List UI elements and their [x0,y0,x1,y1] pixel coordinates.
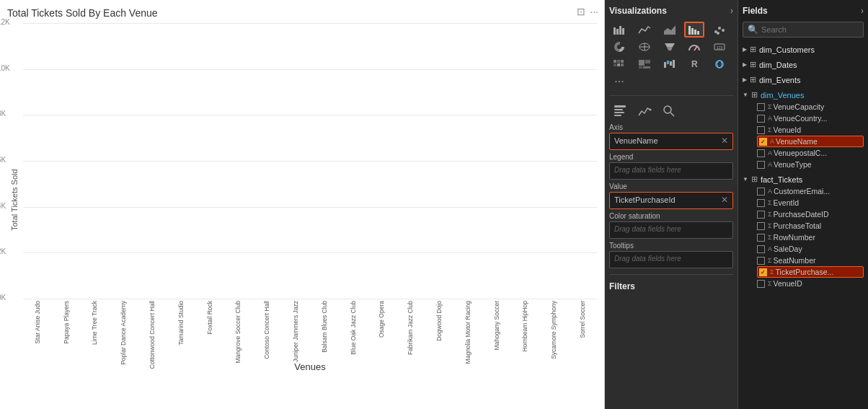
field-item[interactable]: ΣPurchaseTotal [757,220,864,232]
viz-gauge[interactable] [684,39,704,55]
expand-icon: ▶ [743,61,747,68]
value-remove[interactable]: ✕ [721,195,728,205]
field-checkbox[interactable] [757,115,765,123]
field-group-header[interactable]: ▶⊞dim_Dates [743,58,864,71]
viz-card[interactable]: 123 [709,39,730,55]
field-item[interactable]: ΣPurchaseDateID [757,208,864,220]
field-group: ▼⊞dim_VenuesΣVenueCapacityAVenueCountry.… [743,89,864,170]
viz-panel-expand[interactable]: › [730,6,733,16]
field-item[interactable]: ΣRowNumber [757,232,864,243]
color-saturation-box[interactable]: Drag data fields here [609,221,733,239]
field-checkbox[interactable] [757,103,765,111]
value-box[interactable]: TicketPurchaseId ✕ [609,192,733,209]
field-checkbox[interactable] [757,126,765,134]
svg-rect-27 [617,63,620,66]
viz-more[interactable]: ··· [609,74,629,89]
viz-line[interactable] [634,22,655,38]
expand-icon[interactable]: ⊡ [577,6,585,17]
field-checkbox[interactable] [757,280,765,288]
viz-map[interactable] [634,39,655,55]
svg-line-20 [694,46,697,50]
x-axis-label: Contoso Concert Hall [252,301,281,359]
x-axis-label: Dogwood Dojo [425,301,453,341]
axis-value: VenueName [614,136,658,145]
field-group: ▼⊞fact_TicketsACustomerEmai...ΣEventIdΣP… [743,173,864,289]
field-item[interactable]: ✓AVenueName [757,136,864,147]
field-item[interactable]: ASaleDay [757,243,864,255]
viz-panel: Visualizations › [605,0,738,409]
field-item[interactable]: ΣVenueId [757,124,864,136]
axis-remove[interactable]: ✕ [721,136,728,146]
svg-rect-3 [622,28,624,35]
x-axis-label: Poplar Dance Academy [109,301,138,365]
tooltips-label: Tooltips [609,242,733,250]
field-group-header[interactable]: ▶⊞dim_Customers [743,43,864,56]
field-checkbox[interactable] [757,222,765,230]
viz-treemap[interactable] [634,56,655,72]
x-axis-label: Juniper Jammers Jazz [281,301,310,362]
field-checkbox[interactable] [757,199,765,207]
viz-waterfall[interactable] [660,56,680,72]
field-item[interactable]: ΣVenueCapacity [757,101,864,113]
svg-marker-18 [665,43,675,47]
field-item[interactable]: AVenueType [757,159,864,170]
field-item[interactable]: ΣEventId [757,197,864,208]
field-item[interactable]: ACustomerEmai... [757,185,864,197]
fields-panel-expand[interactable]: › [861,6,864,16]
search-box[interactable]: 🔍 [743,22,864,38]
chart-inner: 12K10K8K6K4K2K0K Star Anise JudoPapaya P… [23,23,597,377]
viz-bar-active[interactable] [684,22,704,38]
x-axis-title: Venues [23,359,597,377]
tab-search-format[interactable] [658,102,680,120]
field-checkbox[interactable] [757,149,765,157]
field-item[interactable]: AVenuepostalC... [757,147,864,159]
viz-area[interactable] [660,22,680,38]
field-checkbox[interactable] [757,245,765,253]
field-item[interactable]: AVenueCountry... [757,113,864,124]
svg-point-11 [722,29,725,32]
viz-scatter[interactable] [709,22,730,38]
tab-analytics[interactable] [634,102,655,120]
viz-matrix[interactable] [609,56,629,72]
field-group-header[interactable]: ▶⊞dim_Events [743,74,864,86]
x-axis-label: Mahogany Soccer [482,301,511,351]
svg-point-43 [650,109,652,111]
field-item[interactable]: ✓ΣTicketPurchase... [757,266,864,278]
legend-box[interactable]: Drag data fields here [609,162,733,180]
svg-rect-36 [673,60,675,68]
field-checkbox[interactable] [757,234,765,242]
viz-globe[interactable] [709,56,730,72]
field-checkbox[interactable]: ✓ [759,138,767,146]
svg-rect-33 [664,62,666,68]
field-group-header[interactable]: ▼⊞dim_Venues [743,89,864,101]
field-checkbox[interactable] [757,161,765,169]
gridline-label: 12K [0,18,10,26]
x-axis-label: Magnolia Motor Racing [453,301,482,364]
x-axis-label: Fabrikam Jazz Club [396,301,425,355]
viz-stacked-bar[interactable] [609,22,629,38]
field-checkbox[interactable] [757,188,765,195]
legend-label: Legend [609,153,733,161]
field-item[interactable]: ΣVenueID [757,278,864,289]
viz-tabs [609,95,733,120]
viz-funnel[interactable] [660,39,680,55]
viz-r[interactable]: R [684,56,704,72]
svg-marker-4 [664,26,676,35]
field-group: ▶⊞dim_Dates [743,58,864,71]
expand-icon: ▶ [743,46,747,53]
tab-format[interactable] [609,102,631,120]
axis-box[interactable]: VenueName ✕ [609,133,733,150]
gridline-label: 10K [0,64,10,72]
search-input[interactable] [761,25,859,34]
viz-pie[interactable] [609,39,629,55]
field-checkbox[interactable]: ✓ [759,268,767,276]
field-type-icon: A [768,161,772,168]
search-icon: 🔍 [748,25,758,35]
field-checkbox[interactable] [757,257,765,265]
tooltips-box[interactable]: Drag data fields here [609,251,733,268]
field-checkbox[interactable] [757,211,765,219]
more-icon[interactable]: ··· [590,6,598,17]
field-group-header[interactable]: ▼⊞fact_Tickets [743,173,864,185]
field-type-icon: Σ [768,222,772,229]
field-item[interactable]: ΣSeatNumber [757,255,864,266]
